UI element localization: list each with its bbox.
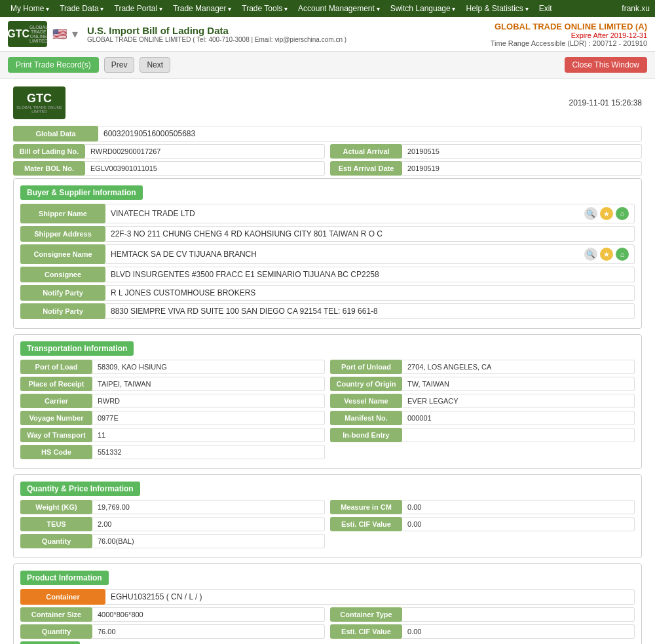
weight-value: 19,769.00	[92, 500, 325, 514]
master-bol-row: Mater BOL No. EGLV003901011015 Esti Arri…	[13, 161, 642, 176]
country-origin-label: Country of Origin	[330, 377, 402, 391]
port-load-value: 58309, KAO HSIUNG	[92, 360, 325, 374]
transport-value: 11	[92, 428, 325, 442]
container-size-type-row: Container Size 4000*806*800 Container Ty…	[20, 607, 635, 622]
transport-inbond-row: Way of Transport 11 In-bond Entry	[20, 428, 635, 442]
nav-trade-portal[interactable]: Trade Portal	[109, 1, 168, 16]
esti-cif-label: Esti. CIF Value	[330, 517, 402, 531]
flag-icon: 🇺🇸	[52, 27, 67, 41]
print-button-top[interactable]: Print Trade Record(s)	[8, 57, 99, 73]
header-bar: GTC GLOBAL TRADE ONLINE LIMITED 🇺🇸 ▾ U.S…	[0, 17, 655, 52]
search-icon[interactable]: 🔍	[584, 207, 597, 220]
consignee-label: Consignee	[20, 267, 105, 282]
shipper-address-row: Shipper Address 22F-3 NO 211 CHUNG CHENG…	[20, 226, 635, 242]
user-name: frank.xu	[622, 4, 650, 13]
logo-subtitle: GLOBAL TRADE ONLINE LIMITED	[29, 25, 48, 43]
nav-account-management[interactable]: Account Management	[293, 1, 385, 16]
teus-pair: TEUS 2.00	[20, 517, 325, 531]
buyer-supplier-section: Buyer & Supplier Information Shipper Nam…	[13, 178, 642, 329]
expire-date: Expire After 2019-12-31	[491, 31, 647, 39]
nav-my-home[interactable]: My Home	[5, 1, 54, 16]
shipper-name-row: Shipper Name VINATECH TRADE LTD 🔍 ★ ⌂	[20, 204, 635, 223]
prod-esti-cif-value: 0.00	[402, 624, 635, 639]
weight-cm-row: Weight (KG) 19,769.00 Measure in CM 0.00	[20, 500, 635, 514]
notify-party-2-row: Notify Party 8830 SIEMPRE VIVA RD SUITE …	[20, 303, 635, 319]
carrier-pair: Carrier RWRD	[20, 394, 325, 408]
quantity-pair: Quantity 76.00(BAL)	[20, 534, 325, 548]
consignee-star-icon[interactable]: ★	[600, 248, 613, 261]
vessel-label: Vessel Name	[330, 394, 402, 408]
quantity-price-title: Quantity & Price Information	[20, 482, 140, 496]
quantity-label: Quantity	[20, 534, 92, 548]
master-bol-label: Mater BOL No.	[13, 161, 85, 176]
container-type-value	[402, 607, 635, 622]
bol-pair: Bill of Lading No. RWRD002900017267	[13, 144, 325, 159]
global-data-row: Global Data 600320190516000505683	[13, 126, 642, 142]
nav-exit[interactable]: Exit	[534, 4, 557, 13]
record-header: GTC GLOBAL TRADE ONLINE LIMITED 2019-11-…	[13, 86, 642, 119]
container-type-label: Container Type	[330, 607, 402, 622]
global-data-label: Global Data	[13, 126, 98, 142]
vessel-pair: Vessel Name EVER LEGACY	[330, 394, 635, 408]
close-button-top[interactable]: Close This Window	[565, 57, 647, 73]
actual-arrival-label: Actual Arrival	[330, 144, 402, 159]
record-logo-box: GTC GLOBAL TRADE ONLINE LIMITED	[13, 86, 66, 119]
manifest-pair: Manifest No. 000001	[330, 411, 635, 425]
logo-area: GTC GLOBAL TRADE ONLINE LIMITED	[8, 21, 47, 47]
esti-arrival-value: 20190519	[402, 161, 642, 176]
container-size-pair: Container Size 4000*806*800	[20, 607, 325, 622]
container-row: Container EGHU1032155 ( CN / L / )	[20, 589, 635, 605]
prev-button-top[interactable]: Prev	[104, 57, 135, 73]
main-content: GTC GLOBAL TRADE ONLINE LIMITED 2019-11-…	[0, 79, 655, 644]
weight-label: Weight (KG)	[20, 500, 92, 514]
shipper-icons: 🔍 ★ ⌂	[584, 207, 629, 220]
consignee-name-text: HEMTACK SA DE CV TIJUANA BRANCH	[111, 250, 257, 259]
nav-trade-tools[interactable]: Trade Tools	[236, 1, 293, 16]
global-data-value: 600320190516000505683	[98, 126, 642, 142]
port-unload-pair: Port of Unload 2704, LOS ANGELES, CA	[330, 360, 635, 374]
port-load-pair: Port of Load 58309, KAO HSIUNG	[20, 360, 325, 374]
notify-party-2-label: Notify Party	[20, 303, 105, 319]
manifest-value: 000001	[402, 411, 635, 425]
header-title-area: U.S. Import Bill of Lading Data GLOBAL T…	[87, 25, 346, 43]
container-size-value: 4000*806*800	[92, 607, 325, 622]
hscode-pair: HS Code 551332	[20, 445, 325, 459]
record-logo-sub: GLOBAL TRADE ONLINE LIMITED	[13, 105, 66, 113]
prod-esti-cif-label: Esti. CIF Value	[330, 624, 402, 639]
buyer-supplier-title: Buyer & Supplier Information	[20, 185, 143, 200]
next-button-top[interactable]: Next	[140, 57, 170, 73]
quantity-price-section: Quantity & Price Information Weight (KG)…	[13, 474, 642, 558]
container-value: EGHU1032155 ( CN / L / )	[105, 589, 635, 605]
nav-help-statistics[interactable]: Help & Statistics	[460, 1, 533, 16]
consignee-home-icon[interactable]: ⌂	[616, 248, 629, 261]
hscode-row: HS Code 551332	[20, 445, 635, 459]
product-section: Product Information Container EGHU103215…	[13, 563, 642, 644]
port-load-label: Port of Load	[20, 360, 92, 374]
nav-trade-manager[interactable]: Trade Manager	[168, 1, 236, 16]
nav-trade-data[interactable]: Trade Data	[54, 1, 109, 16]
record-logo: GTC GLOBAL TRADE ONLINE LIMITED	[13, 86, 66, 119]
carrier-value: RWRD	[92, 394, 325, 408]
place-receipt-origin-row: Place of Receipt TAIPEI, TAIWAN Country …	[20, 377, 635, 391]
measure-value: 0.00	[402, 500, 635, 514]
port-unload-label: Port of Unload	[330, 360, 402, 374]
container-label: Container	[20, 589, 105, 605]
bol-label: Bill of Lading No.	[13, 144, 85, 159]
vessel-value: EVER LEGACY	[402, 394, 635, 408]
shipper-address-value: 22F-3 NO 211 CHUNG CHENG 4 RD KAOHSIUNG …	[105, 226, 635, 242]
star-icon[interactable]: ★	[600, 207, 613, 220]
port-unload-value: 2704, LOS ANGELES, CA	[402, 360, 635, 374]
header-right-info: GLOBAL TRADE ONLINE LIMITED (A) Expire A…	[491, 22, 647, 47]
shipper-name-label: Shipper Name	[20, 204, 105, 223]
inbond-pair: In-bond Entry	[330, 428, 635, 442]
measure-label: Measure in CM	[330, 500, 402, 514]
prod-quantity-label: Quantity	[20, 624, 92, 639]
esti-arrival-pair: Esti Arrival Date 20190519	[330, 161, 642, 176]
consignee-search-icon[interactable]: 🔍	[584, 248, 597, 261]
product-desc-label: Product Desc	[20, 641, 80, 644]
esti-arrival-label: Esti Arrival Date	[330, 161, 402, 176]
home-icon[interactable]: ⌂	[616, 207, 629, 220]
dropdown-arrow[interactable]: ▾	[72, 27, 78, 41]
nav-switch-language[interactable]: Switch Language	[385, 1, 461, 16]
manifest-label: Manifest No.	[330, 411, 402, 425]
